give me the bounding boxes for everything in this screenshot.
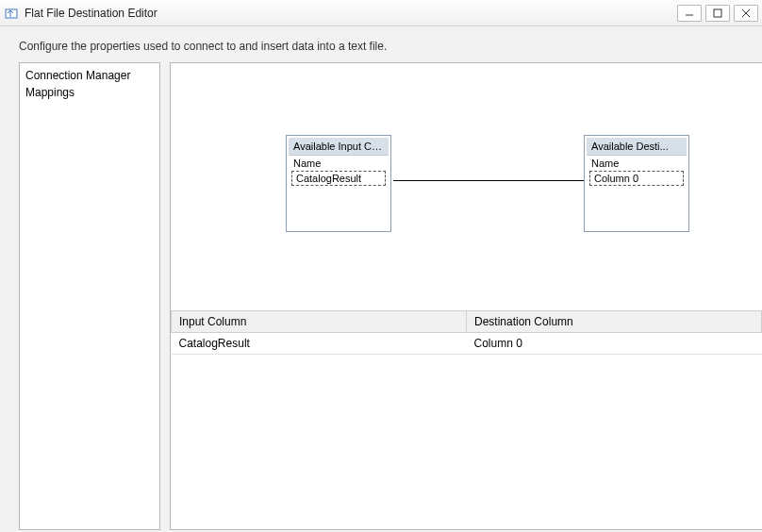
window-title: Flat File Destination Editor xyxy=(25,7,677,20)
mapping-canvas: Available Input Co... Name CatalogResult… xyxy=(171,63,762,308)
page-description: Configure the properties used to connect… xyxy=(0,26,762,62)
mapping-table-wrap: Input Column Destination Column CatalogR… xyxy=(171,310,762,355)
svg-rect-3 xyxy=(714,9,721,17)
mapping-cell-input[interactable]: CatalogResult xyxy=(172,333,467,355)
mapping-connector[interactable] xyxy=(393,180,584,181)
close-button[interactable] xyxy=(734,5,758,22)
mapping-cell-dest[interactable]: Column 0 xyxy=(467,333,762,355)
input-box-name-header: Name xyxy=(289,156,389,171)
minimize-button[interactable] xyxy=(677,5,702,22)
dest-box-name-header: Name xyxy=(587,156,687,171)
input-box-title: Available Input Co... xyxy=(289,138,389,156)
available-input-columns-box[interactable]: Available Input Co... Name CatalogResult xyxy=(286,135,391,232)
dest-column-item[interactable]: Column 0 xyxy=(589,171,684,186)
mapping-row[interactable]: CatalogResult Column 0 xyxy=(172,333,762,355)
sidebar-item-mappings[interactable]: Mappings xyxy=(25,84,154,101)
maximize-button[interactable] xyxy=(705,5,730,22)
sidebar-item-connection-manager[interactable]: Connection Manager xyxy=(25,67,154,84)
sidebar: Connection Manager Mappings xyxy=(19,62,160,530)
mapping-table: Input Column Destination Column CatalogR… xyxy=(171,310,762,355)
input-column-item[interactable]: CatalogResult xyxy=(291,171,386,186)
titlebar: Flat File Destination Editor xyxy=(0,0,762,26)
window-controls xyxy=(677,5,758,22)
mapping-th-input[interactable]: Input Column xyxy=(172,311,467,333)
available-destination-columns-box[interactable]: Available Desti... Name Column 0 xyxy=(584,135,689,232)
main-panel: Available Input Co... Name CatalogResult… xyxy=(170,62,762,530)
app-icon xyxy=(4,6,19,21)
dest-box-title: Available Desti... xyxy=(587,138,687,156)
mapping-th-dest[interactable]: Destination Column xyxy=(467,311,762,333)
